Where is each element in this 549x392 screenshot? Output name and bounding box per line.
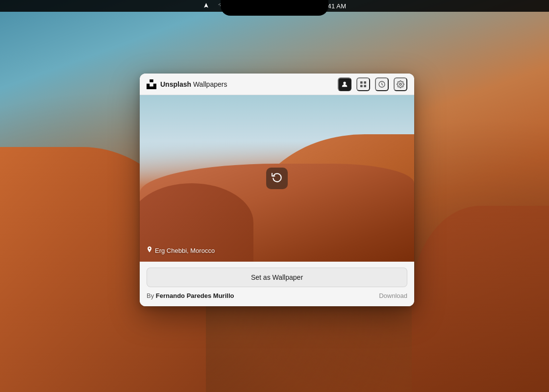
- set-wallpaper-label: Set as Wallpaper: [251, 273, 303, 281]
- location-text: Erg Chebbi, Morocco: [155, 247, 215, 254]
- svg-rect-8: [360, 81, 363, 84]
- header-icons: [338, 77, 407, 91]
- grid-icon-button[interactable]: [356, 77, 370, 91]
- camera-notch: [221, 0, 328, 16]
- svg-point-7: [343, 81, 346, 84]
- popup-header: Unsplash Wallpapers: [140, 74, 414, 95]
- popup-image: Erg Chebbi, Morocco: [140, 95, 414, 262]
- svg-rect-10: [360, 85, 363, 87]
- location-arrow-icon: [203, 2, 209, 10]
- footer-bottom: By Fernando Paredes Murillo Download: [147, 292, 407, 299]
- popup-footer: Set as Wallpaper By Fernando Paredes Mur…: [140, 262, 414, 306]
- refresh-button[interactable]: [266, 168, 288, 189]
- svg-point-13: [399, 83, 401, 85]
- svg-rect-9: [364, 81, 366, 84]
- unsplash-logo: [147, 79, 156, 89]
- set-wallpaper-button[interactable]: Set as Wallpaper: [147, 268, 407, 287]
- settings-icon-button[interactable]: [394, 77, 407, 91]
- location-pin-icon: [147, 246, 152, 255]
- location-tag: Erg Chebbi, Morocco: [147, 246, 215, 255]
- header-left: Unsplash Wallpapers: [147, 79, 227, 89]
- app-title-bold: Unsplash: [160, 80, 191, 88]
- app-title-normal: Wallpapers: [191, 80, 227, 88]
- svg-rect-11: [364, 85, 366, 87]
- app-title: Unsplash Wallpapers: [160, 80, 227, 88]
- history-icon-button[interactable]: [375, 77, 389, 91]
- dune-right: [412, 206, 549, 392]
- photographer-name: Fernando Paredes Murillo: [156, 292, 234, 299]
- refresh-icon: [272, 172, 282, 185]
- download-label: Download: [379, 292, 407, 299]
- photo-credit: By Fernando Paredes Murillo: [147, 292, 234, 299]
- download-button[interactable]: Download: [379, 292, 407, 299]
- credit-prefix: By: [147, 292, 156, 299]
- avatar-icon-button[interactable]: [338, 77, 351, 91]
- popup-window: Unsplash Wallpapers: [140, 74, 414, 306]
